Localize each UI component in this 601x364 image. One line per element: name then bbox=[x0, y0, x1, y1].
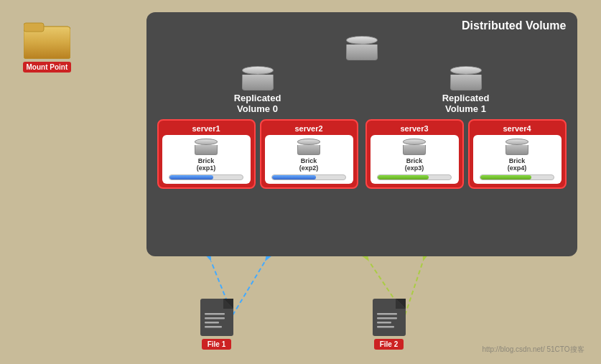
server1-db-body bbox=[195, 145, 218, 155]
svg-rect-22 bbox=[377, 317, 397, 319]
rep0-servers: server1 Brick (exp1) bbox=[157, 119, 358, 190]
rep0-db-body bbox=[242, 75, 274, 90]
server2-db-body bbox=[297, 145, 320, 155]
distributed-volume-title: Distributed Volume bbox=[157, 19, 567, 32]
rep1-db-top bbox=[450, 66, 482, 75]
server2-inner: Brick (exp2) bbox=[265, 135, 353, 185]
server2-db-top bbox=[297, 139, 320, 145]
server4-box: server4 Brick (exp4) bbox=[468, 119, 567, 190]
mount-point-label: Mount Point bbox=[23, 62, 72, 73]
server4-db-top bbox=[506, 139, 528, 145]
svg-rect-16 bbox=[205, 322, 219, 324]
server4-progress bbox=[480, 174, 554, 180]
server1-label: server1 bbox=[192, 124, 220, 133]
server3-box: server3 Brick (exp3) bbox=[365, 119, 464, 190]
server2-brick-label: Brick (exp2) bbox=[299, 157, 319, 173]
server2-box: server2 Brick (exp2) bbox=[260, 119, 358, 190]
file1-icon bbox=[200, 299, 233, 336]
server4-brick-label: Brick (exp4) bbox=[508, 157, 527, 173]
svg-rect-17 bbox=[205, 326, 222, 328]
replicated-groups: Replicated Volume 0 server1 bbox=[157, 66, 567, 190]
svg-rect-14 bbox=[205, 313, 225, 315]
server1-brick-label: Brick (exp1) bbox=[197, 157, 216, 173]
server4-label: server4 bbox=[503, 124, 531, 133]
server3-inner: Brick (exp3) bbox=[371, 135, 459, 185]
mount-point: Mount Point bbox=[23, 19, 72, 73]
file2-item: File 2 bbox=[373, 299, 406, 350]
rep0-title: Replicated Volume 0 bbox=[234, 93, 281, 115]
file1-item: File 1 bbox=[200, 299, 233, 350]
server3-progress bbox=[377, 174, 452, 180]
db-body bbox=[346, 45, 378, 60]
server3-db bbox=[403, 139, 426, 155]
file1-label: File 1 bbox=[202, 339, 232, 350]
rep-group-1: Replicated Volume 1 server3 bbox=[365, 66, 567, 190]
svg-rect-23 bbox=[377, 322, 391, 324]
svg-rect-21 bbox=[377, 313, 397, 315]
server2-label: server2 bbox=[294, 124, 322, 133]
svg-line-7 bbox=[405, 261, 423, 315]
rep-group-0: Replicated Volume 0 server1 bbox=[157, 66, 358, 190]
db-top bbox=[346, 36, 378, 45]
server3-db-top bbox=[403, 139, 426, 145]
rep1-title: Replicated Volume 1 bbox=[442, 93, 490, 115]
server1-progress bbox=[169, 174, 243, 180]
top-db-row bbox=[157, 36, 567, 60]
watermark: http://blog.csdn.net/ 51CTO搜客 bbox=[482, 345, 584, 355]
rep1-servers: server3 Brick (exp3) bbox=[365, 119, 567, 190]
main-diagram: Mount Point Distributed Volume R bbox=[10, 6, 592, 358]
server1-box: server1 Brick (exp1) bbox=[157, 119, 256, 190]
server3-label: server3 bbox=[400, 124, 428, 133]
server3-db-body bbox=[403, 145, 426, 155]
server4-db-body bbox=[506, 145, 528, 155]
file2-label: File 2 bbox=[374, 339, 404, 350]
server1-db bbox=[195, 139, 218, 155]
svg-rect-10 bbox=[24, 23, 44, 32]
server2-progress bbox=[271, 174, 346, 180]
server1-progress-fill bbox=[169, 175, 213, 179]
server2-progress-fill bbox=[272, 175, 316, 179]
svg-line-5 bbox=[233, 261, 265, 315]
rep1-db-body bbox=[450, 75, 482, 90]
rep1-db-icon bbox=[450, 66, 482, 90]
svg-rect-24 bbox=[377, 326, 394, 328]
rep0-db-icon bbox=[242, 66, 274, 90]
rep-group-0-header: Replicated Volume 0 bbox=[234, 66, 281, 115]
server4-inner: Brick (exp4) bbox=[473, 135, 562, 185]
server1-db-top bbox=[195, 139, 218, 145]
folder-icon bbox=[24, 19, 70, 59]
server1-inner: Brick (exp1) bbox=[162, 135, 251, 185]
rep0-db-top bbox=[242, 66, 274, 75]
file2-icon bbox=[373, 299, 406, 336]
distributed-volume-container: Distributed Volume Replicated Volu bbox=[146, 12, 577, 256]
rep-group-1-header: Replicated Volume 1 bbox=[442, 66, 490, 115]
server3-brick-label: Brick (exp3) bbox=[405, 157, 424, 173]
server4-progress-fill bbox=[480, 175, 531, 179]
server4-db bbox=[506, 139, 528, 155]
server2-db bbox=[297, 139, 320, 155]
main-db-icon bbox=[346, 36, 378, 60]
server3-progress-fill bbox=[378, 175, 429, 179]
svg-rect-15 bbox=[205, 317, 225, 319]
